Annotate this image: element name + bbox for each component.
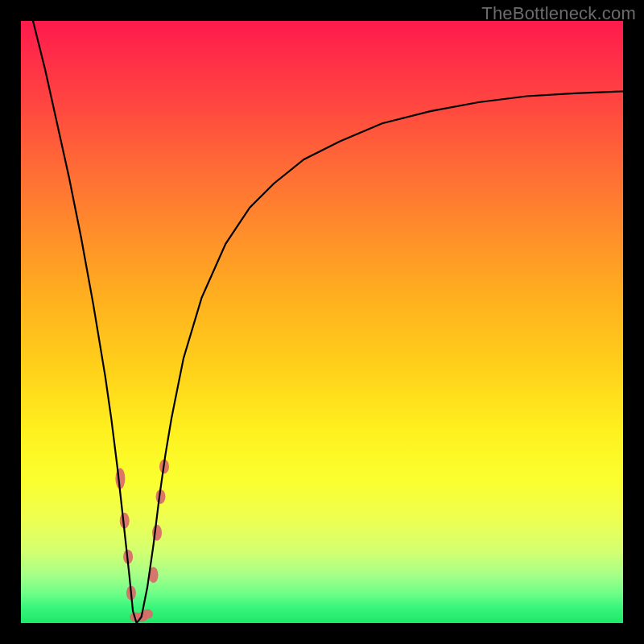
chart-frame: TheBottleneck.com [0,0,644,644]
plot-area [21,21,623,623]
bottleneck-curve [33,21,623,623]
chart-svg [21,21,623,623]
